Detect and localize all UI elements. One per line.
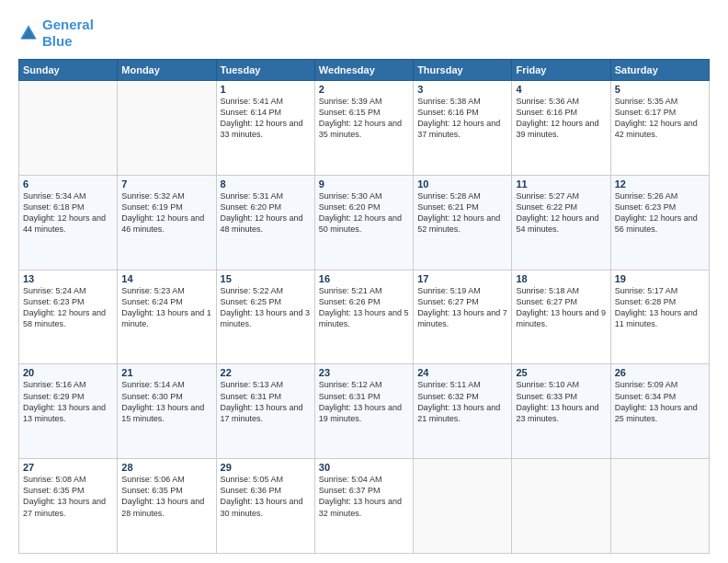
cell-info: Sunrise: 5:06 AMSunset: 6:35 PMDaylight:…	[121, 474, 211, 519]
cell-info: Sunrise: 5:23 AMSunset: 6:24 PMDaylight:…	[121, 285, 211, 330]
cell-info: Sunrise: 5:36 AMSunset: 6:16 PMDaylight:…	[516, 96, 606, 141]
cell-info: Sunrise: 5:30 AMSunset: 6:20 PMDaylight:…	[319, 190, 409, 236]
cell-info: Sunrise: 5:31 AMSunset: 6:20 PMDaylight:…	[221, 190, 311, 236]
day-number: 16	[319, 273, 409, 284]
cell-info: Sunrise: 5:27 AMSunset: 6:22 PMDaylight:…	[516, 190, 606, 236]
calendar-cell: 16 Sunrise: 5:21 AMSunset: 6:26 PMDaylig…	[314, 270, 413, 364]
calendar-cell: 2 Sunrise: 5:39 AMSunset: 6:15 PMDayligh…	[314, 81, 413, 176]
day-number: 8	[221, 178, 311, 190]
day-number: 26	[615, 367, 705, 378]
day-number: 18	[516, 273, 606, 284]
day-number: 22	[221, 367, 311, 378]
calendar-cell: 8 Sunrise: 5:31 AMSunset: 6:20 PMDayligh…	[216, 175, 314, 270]
cell-info: Sunrise: 5:11 AMSunset: 6:32 PMDaylight:…	[417, 379, 507, 424]
day-number: 24	[417, 367, 507, 378]
header: General Blue	[18, 17, 710, 50]
calendar-cell: 7 Sunrise: 5:32 AMSunset: 6:19 PMDayligh…	[118, 175, 216, 270]
calendar-cell: 28 Sunrise: 5:06 AMSunset: 6:35 PMDaylig…	[118, 459, 216, 554]
cell-info: Sunrise: 5:34 AMSunset: 6:18 PMDaylight:…	[23, 190, 113, 236]
calendar-table: SundayMondayTuesdayWednesdayThursdayFrid…	[18, 59, 710, 554]
cell-info: Sunrise: 5:32 AMSunset: 6:19 PMDaylight:…	[121, 190, 211, 236]
day-number: 20	[23, 367, 113, 378]
cell-info: Sunrise: 5:22 AMSunset: 6:25 PMDaylight:…	[221, 285, 311, 330]
cell-info: Sunrise: 5:21 AMSunset: 6:26 PMDaylight:…	[319, 285, 409, 330]
cell-info: Sunrise: 5:12 AMSunset: 6:31 PMDaylight:…	[319, 379, 409, 424]
calendar-row-0: 1 Sunrise: 5:41 AMSunset: 6:14 PMDayligh…	[19, 81, 710, 176]
day-number: 19	[615, 273, 705, 284]
calendar-cell: 25 Sunrise: 5:10 AMSunset: 6:33 PMDaylig…	[512, 364, 610, 459]
logo-icon	[18, 23, 39, 43]
calendar-cell: 19 Sunrise: 5:17 AMSunset: 6:28 PMDaylig…	[610, 270, 709, 364]
cell-info: Sunrise: 5:19 AMSunset: 6:27 PMDaylight:…	[417, 285, 507, 330]
weekday-header-wednesday: Wednesday	[314, 60, 413, 81]
calendar-cell: 13 Sunrise: 5:24 AMSunset: 6:23 PMDaylig…	[19, 270, 118, 364]
cell-info: Sunrise: 5:41 AMSunset: 6:14 PMDaylight:…	[221, 96, 311, 141]
day-number: 1	[221, 84, 311, 95]
calendar-cell: 26 Sunrise: 5:09 AMSunset: 6:34 PMDaylig…	[610, 364, 709, 459]
cell-info: Sunrise: 5:13 AMSunset: 6:31 PMDaylight:…	[221, 379, 311, 424]
cell-info: Sunrise: 5:35 AMSunset: 6:17 PMDaylight:…	[615, 96, 705, 141]
day-number: 10	[417, 178, 507, 190]
calendar-cell: 17 Sunrise: 5:19 AMSunset: 6:27 PMDaylig…	[414, 270, 512, 364]
cell-info: Sunrise: 5:26 AMSunset: 6:23 PMDaylight:…	[615, 190, 705, 236]
calendar-cell	[19, 81, 118, 176]
day-number: 5	[615, 84, 705, 95]
day-number: 15	[221, 273, 311, 284]
weekday-header-thursday: Thursday	[414, 60, 512, 81]
cell-info: Sunrise: 5:04 AMSunset: 6:37 PMDaylight:…	[319, 474, 409, 519]
cell-info: Sunrise: 5:17 AMSunset: 6:28 PMDaylight:…	[615, 285, 705, 330]
day-number: 14	[121, 273, 211, 284]
calendar-cell	[610, 459, 709, 554]
weekday-header-monday: Monday	[118, 60, 216, 81]
weekday-header-sunday: Sunday	[19, 60, 118, 81]
calendar-cell: 9 Sunrise: 5:30 AMSunset: 6:20 PMDayligh…	[314, 175, 413, 270]
page: General Blue SundayMondayTuesdayWednesda…	[0, 0, 728, 563]
day-number: 2	[319, 84, 409, 95]
calendar-cell: 29 Sunrise: 5:05 AMSunset: 6:36 PMDaylig…	[216, 459, 314, 554]
calendar-row-2: 13 Sunrise: 5:24 AMSunset: 6:23 PMDaylig…	[19, 270, 710, 364]
day-number: 9	[319, 178, 409, 190]
calendar-cell: 15 Sunrise: 5:22 AMSunset: 6:25 PMDaylig…	[216, 270, 314, 364]
calendar-cell: 5 Sunrise: 5:35 AMSunset: 6:17 PMDayligh…	[610, 81, 709, 176]
day-number: 23	[319, 367, 409, 378]
calendar-row-1: 6 Sunrise: 5:34 AMSunset: 6:18 PMDayligh…	[19, 175, 710, 270]
day-number: 11	[516, 178, 606, 190]
day-number: 13	[23, 273, 113, 284]
calendar-cell: 12 Sunrise: 5:26 AMSunset: 6:23 PMDaylig…	[610, 175, 709, 270]
weekday-header-saturday: Saturday	[610, 60, 709, 81]
logo-text: General Blue	[42, 17, 94, 50]
calendar-row-3: 20 Sunrise: 5:16 AMSunset: 6:29 PMDaylig…	[19, 364, 710, 459]
calendar-cell	[118, 81, 216, 176]
calendar-cell: 18 Sunrise: 5:18 AMSunset: 6:27 PMDaylig…	[512, 270, 610, 364]
cell-info: Sunrise: 5:08 AMSunset: 6:35 PMDaylight:…	[23, 474, 113, 519]
calendar-cell: 14 Sunrise: 5:23 AMSunset: 6:24 PMDaylig…	[118, 270, 216, 364]
day-number: 17	[417, 273, 507, 284]
cell-info: Sunrise: 5:10 AMSunset: 6:33 PMDaylight:…	[516, 379, 606, 424]
calendar-cell: 24 Sunrise: 5:11 AMSunset: 6:32 PMDaylig…	[414, 364, 512, 459]
cell-info: Sunrise: 5:24 AMSunset: 6:23 PMDaylight:…	[23, 285, 113, 330]
cell-info: Sunrise: 5:39 AMSunset: 6:15 PMDaylight:…	[319, 96, 409, 141]
logo: General Blue	[18, 17, 94, 50]
cell-info: Sunrise: 5:18 AMSunset: 6:27 PMDaylight:…	[516, 285, 606, 330]
calendar-cell	[414, 459, 512, 554]
cell-info: Sunrise: 5:14 AMSunset: 6:30 PMDaylight:…	[121, 379, 211, 424]
day-number: 7	[121, 178, 211, 190]
calendar-cell: 4 Sunrise: 5:36 AMSunset: 6:16 PMDayligh…	[512, 81, 610, 176]
calendar-cell: 30 Sunrise: 5:04 AMSunset: 6:37 PMDaylig…	[314, 459, 413, 554]
calendar-cell	[512, 459, 610, 554]
calendar-cell: 23 Sunrise: 5:12 AMSunset: 6:31 PMDaylig…	[314, 364, 413, 459]
day-number: 3	[417, 84, 507, 95]
day-number: 25	[516, 367, 606, 378]
day-number: 4	[516, 84, 606, 95]
weekday-header-tuesday: Tuesday	[216, 60, 314, 81]
day-number: 27	[23, 462, 113, 473]
weekday-header-friday: Friday	[512, 60, 610, 81]
calendar-cell: 21 Sunrise: 5:14 AMSunset: 6:30 PMDaylig…	[118, 364, 216, 459]
day-number: 12	[615, 178, 705, 190]
calendar-cell: 3 Sunrise: 5:38 AMSunset: 6:16 PMDayligh…	[414, 81, 512, 176]
day-number: 21	[121, 367, 211, 378]
calendar-cell: 22 Sunrise: 5:13 AMSunset: 6:31 PMDaylig…	[216, 364, 314, 459]
calendar-cell: 6 Sunrise: 5:34 AMSunset: 6:18 PMDayligh…	[19, 175, 118, 270]
calendar-cell: 1 Sunrise: 5:41 AMSunset: 6:14 PMDayligh…	[216, 81, 314, 176]
calendar-cell: 10 Sunrise: 5:28 AMSunset: 6:21 PMDaylig…	[414, 175, 512, 270]
